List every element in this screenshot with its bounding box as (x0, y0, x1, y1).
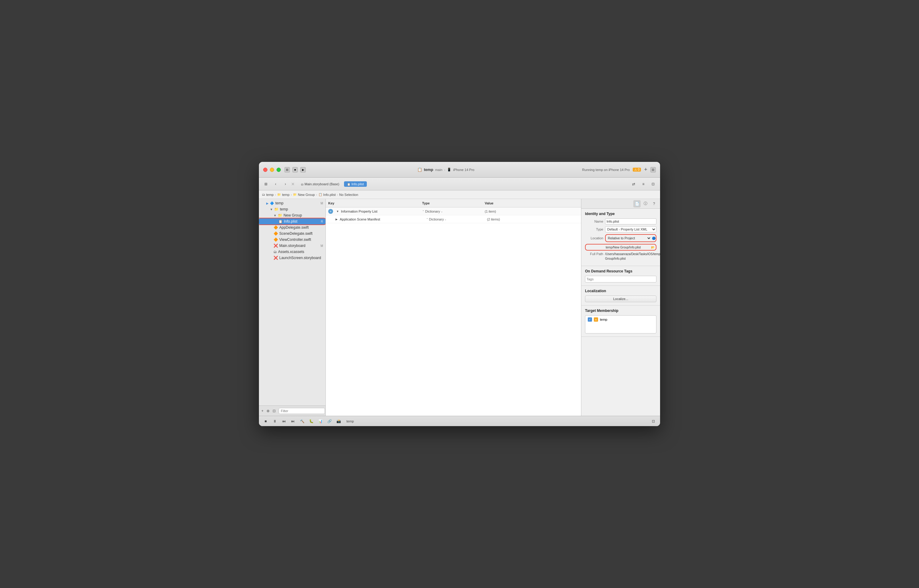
swift-icon-scenedelegate: 🔶 (273, 231, 278, 236)
tab-info-plist[interactable]: 📋 Info.plist (344, 181, 367, 187)
tab-main-storyboard[interactable]: 🗂 Main.storyboard (Base) (298, 181, 342, 187)
add-button[interactable]: + (644, 166, 647, 173)
step-fwd-btn[interactable]: ⏭ (289, 418, 297, 425)
path-no-selection: No Selection (339, 193, 358, 197)
minimize-button[interactable] (270, 168, 274, 172)
type-value-0: Dictionary (425, 210, 440, 213)
inspector-tabs: 📄 ⓘ ? (581, 199, 660, 208)
sidebar-item-new-group[interactable]: ▼ 📁 New Group (259, 212, 325, 218)
debug-btn[interactable]: 🐛 (307, 418, 315, 425)
storyboard-icon-launch: ❌ (273, 256, 278, 260)
warning-badge[interactable]: ⚠ 0 (633, 168, 641, 171)
target-membership-box: ✓ A temp (585, 315, 657, 333)
folder-icon-new-group: 📁 (278, 213, 282, 218)
inspector-toggle-btn[interactable]: ⊡ (650, 418, 657, 425)
sidebar-item-scenedelegate[interactable]: 🔶 SceneDelegate.swift (259, 231, 325, 237)
location-select[interactable]: Relative to Project (606, 235, 651, 241)
filter-toggle-btn[interactable]: ⊡ (272, 408, 277, 414)
target-item-temp[interactable]: ✓ A temp (587, 317, 655, 322)
on-demand-title: On Demand Resource Tags (585, 269, 657, 273)
refresh-btn[interactable]: ⇄ (630, 180, 637, 188)
back-btn[interactable]: ‹ (272, 180, 280, 188)
type-stepper-0b[interactable]: ⌄ (441, 210, 443, 213)
bottom-right: ⊡ (650, 418, 657, 425)
sidebar-item-assets[interactable]: 🗂 Assets.xcassets (259, 249, 325, 255)
sidebar-item-temp-root[interactable]: ▶ 🔷 temp M (259, 200, 325, 206)
plist-row-app-scene[interactable]: ▶ Application Scene Manifest ⌃ Dictionar… (326, 215, 581, 223)
disclosure-app-scene[interactable]: ▶ (334, 217, 338, 221)
localize-button[interactable]: Localize... (585, 296, 657, 302)
square-btn[interactable]: ■ (262, 418, 269, 425)
location-path-btn[interactable]: 📂 (651, 246, 655, 249)
filter-input[interactable] (279, 408, 325, 414)
location-info-icon[interactable]: 🔵 (652, 237, 655, 240)
disclosure-info-prop[interactable]: ▼ (335, 209, 340, 213)
list-btn[interactable]: ≡ (639, 180, 647, 188)
editor-area: Key Type Value + ▼ Information Property … (326, 199, 581, 416)
type-stepper-0[interactable]: ⌃ (422, 210, 425, 213)
location-path-row: temp/New Group/Info.plist 📂 (585, 244, 657, 250)
sidebar-footer: + ⊕ ⊡ ⊞ ⊡ (259, 405, 325, 416)
path-bar: 🗂 temp › 📁 temp › 📁 New Group › 📋 Info.p… (259, 191, 660, 199)
type-label: Type (585, 228, 603, 231)
instrument-btn[interactable]: 📊 (317, 418, 324, 425)
tags-input[interactable] (585, 276, 657, 283)
capture-btn[interactable]: 📸 (335, 418, 342, 425)
value-1: (2 items) (487, 218, 500, 221)
sidebar-item-main-storyboard[interactable]: ❌ Main.storyboard M (259, 243, 325, 249)
add-file-btn[interactable]: + (261, 408, 264, 414)
sidebar-file-tree: ▶ 🔷 temp M ▼ 📁 temp ▼ 📁 New Group (259, 199, 325, 405)
plist-file-icon: 📋 (278, 220, 283, 223)
type-value-1: Dictionary (429, 218, 444, 221)
maximize-button[interactable] (277, 168, 281, 172)
attach-btn[interactable]: 🔗 (326, 418, 333, 425)
help-circle-icon: ? (653, 202, 655, 206)
target-name: temp (600, 318, 607, 321)
location-path-value: temp/New Group/Info.plist (606, 246, 641, 249)
plist-table: Key Type Value + ▼ Information Property … (326, 199, 581, 416)
panel-toggle-btn[interactable]: ⊡ (650, 167, 656, 173)
sidebar-toggle-btn[interactable]: ⊟ (285, 167, 290, 173)
bottom-toolbar: ■ ⏸ ⏮ ⏭ 🔨 🐛 📊 🔗 📸 temp ⊡ (259, 416, 660, 426)
close-button[interactable] (263, 168, 267, 172)
type-row: Type Default - Property List XML (585, 226, 657, 233)
info-plist-label: Info.plist (284, 219, 298, 223)
value-0: (1 item) (485, 210, 496, 213)
type-select[interactable]: Default - Property List XML (605, 226, 657, 233)
forward-btn[interactable]: › (282, 180, 289, 188)
tab-file-icon[interactable]: 📄 (633, 200, 641, 207)
tab-help-icon[interactable]: ⓘ (642, 200, 649, 207)
name-input[interactable] (605, 218, 657, 225)
sidebar-item-appdelegate[interactable]: 🔶 AppDelegate.swift (259, 225, 325, 231)
location-label: Location (585, 236, 603, 240)
filter-sort-btn[interactable]: ⊕ (265, 408, 271, 414)
device-label: iPhone 14 Pro (453, 168, 474, 171)
sidebar: ▶ 🔷 temp M ▼ 📁 temp ▼ 📁 New Group (259, 199, 326, 416)
bottom-label: temp (346, 420, 354, 423)
pause-btn[interactable]: ⏸ (271, 418, 278, 425)
path-info-plist: Info.plist (324, 193, 336, 197)
on-demand-section: On Demand Resource Tags (581, 266, 660, 286)
tab-more-icon[interactable]: ? (650, 200, 658, 207)
key-info-prop: Information Property List (341, 210, 377, 213)
path-temp1: temp (266, 193, 273, 197)
sidebar-item-viewcontroller[interactable]: 🔶 ViewController.swift (259, 237, 325, 243)
grid-view-btn[interactable]: ⊞ (262, 180, 270, 188)
play-btn[interactable]: ▶ (300, 167, 306, 173)
type-stepper-1b[interactable]: ⌄ (444, 218, 447, 221)
add-btn-row0[interactable]: + (328, 209, 333, 214)
plist-row-info-prop-list[interactable]: + ▼ Information Property List ⌃ Dictiona… (326, 207, 581, 215)
step-back-btn[interactable]: ⏮ (280, 418, 288, 425)
sidebar-item-launchscreen[interactable]: ❌ LaunchScreen.storyboard (259, 255, 325, 261)
inspector-btn[interactable]: ⊡ (649, 180, 657, 188)
sidebar-item-temp-group[interactable]: ▼ 📁 temp (259, 206, 325, 212)
build-btn[interactable]: 🔨 (298, 418, 306, 425)
type-stepper-1[interactable]: ⌃ (426, 218, 429, 221)
stop-btn[interactable]: ■ (292, 167, 298, 173)
new-group-label: New Group (283, 213, 302, 218)
title-bar: ⊟ ■ ▶ 📋 temp main › 📱 iPhone 14 Pro Runn… (259, 162, 660, 178)
title-bar-controls: ⊟ ■ ▶ (285, 167, 306, 173)
sidebar-item-info-plist[interactable]: 📋 Info.plist R (259, 218, 325, 225)
column-type: Type (422, 201, 485, 205)
target-checkbox[interactable]: ✓ (588, 317, 592, 321)
